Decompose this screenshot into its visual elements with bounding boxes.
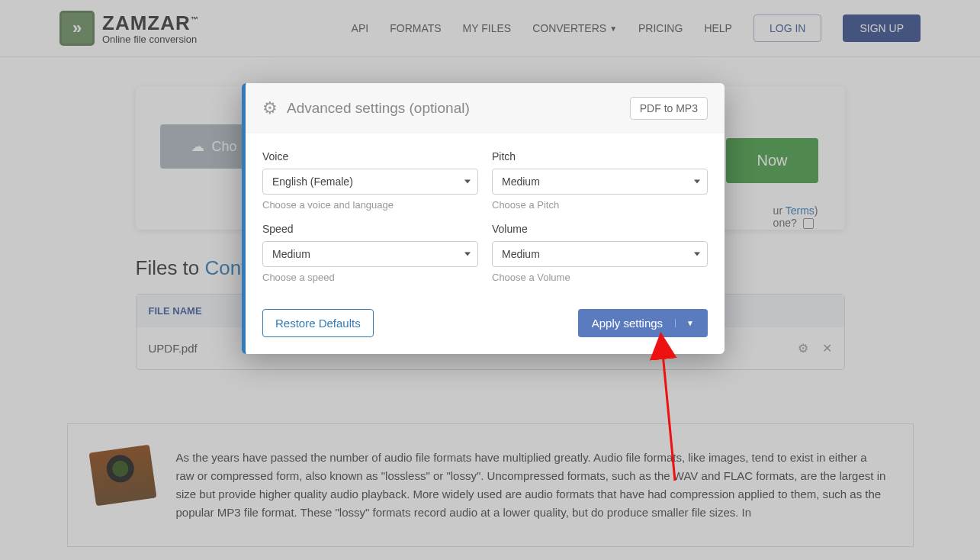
voice-select[interactable]: English (Female) <box>262 169 478 195</box>
email-checkbox[interactable] <box>803 218 814 229</box>
conversion-badge: PDF to MP3 <box>630 97 708 120</box>
modal-title: Advanced settings (optional) <box>287 100 621 117</box>
modal-header: ⚙ Advanced settings (optional) PDF to MP… <box>246 83 725 134</box>
nav-api[interactable]: API <box>352 22 369 34</box>
close-icon[interactable]: ✕ <box>822 341 832 356</box>
volume-field: Volume Medium Choose a Volume <box>492 223 708 283</box>
voice-field: Voice English (Female) Choose a voice an… <box>262 150 478 211</box>
nav-help[interactable]: HELP <box>704 22 732 34</box>
record-player-icon <box>88 445 156 506</box>
logo-name: ZAMZAR <box>102 11 191 34</box>
volume-select[interactable]: Medium <box>492 241 708 267</box>
pitch-select[interactable]: Medium <box>492 169 708 195</box>
pitch-label: Pitch <box>492 150 708 163</box>
done-text: ur Terms)one? <box>773 204 818 229</box>
pitch-hint: Choose a Pitch <box>492 199 708 211</box>
voice-label: Voice <box>262 150 478 163</box>
volume-label: Volume <box>492 223 708 235</box>
signup-button[interactable]: SIGN UP <box>843 14 921 42</box>
nav-formats[interactable]: FORMATS <box>390 22 441 34</box>
restore-defaults-button[interactable]: Restore Defaults <box>262 309 374 337</box>
pitch-field: Pitch Medium Choose a Pitch <box>492 150 708 211</box>
speed-field: Speed Medium Choose a speed <box>262 223 478 283</box>
login-button[interactable]: LOG IN <box>753 14 821 42</box>
speed-hint: Choose a speed <box>262 272 478 283</box>
header: » ZAMZAR™ Online file conversion API FOR… <box>0 0 980 57</box>
logo[interactable]: » ZAMZAR™ Online file conversion <box>59 11 352 46</box>
nav: API FORMATS MY FILES CONVERTERS▼ PRICING… <box>352 14 921 42</box>
volume-hint: Choose a Volume <box>492 272 708 283</box>
caret-icon: ▼ <box>675 319 694 327</box>
nav-converters[interactable]: CONVERTERS▼ <box>532 22 617 34</box>
voice-hint: Choose a voice and language <box>262 199 478 211</box>
gear-icon: ⚙ <box>262 98 278 118</box>
speed-label: Speed <box>262 223 478 235</box>
modal-footer: Restore Defaults Apply settings▼ <box>246 300 725 354</box>
gear-icon[interactable]: ⚙ <box>798 341 808 356</box>
logo-icon: » <box>59 11 95 46</box>
caret-icon: ▼ <box>609 24 617 33</box>
info-box: As the years have passed the number of a… <box>67 423 914 547</box>
nav-pricing[interactable]: PRICING <box>638 22 683 34</box>
cloud-icon: ☁ <box>191 138 204 155</box>
apply-settings-button[interactable]: Apply settings▼ <box>578 309 708 337</box>
logo-tm: ™ <box>191 15 199 24</box>
nav-myfiles[interactable]: MY FILES <box>463 22 512 34</box>
speed-select[interactable]: Medium <box>262 241 478 267</box>
info-text: As the years have passed the number of a… <box>176 449 888 522</box>
convert-now-button[interactable]: Now <box>726 138 818 183</box>
terms-link[interactable]: Terms <box>786 204 815 217</box>
advanced-settings-modal: ⚙ Advanced settings (optional) PDF to MP… <box>242 83 725 354</box>
logo-tagline: Online file conversion <box>102 34 199 45</box>
